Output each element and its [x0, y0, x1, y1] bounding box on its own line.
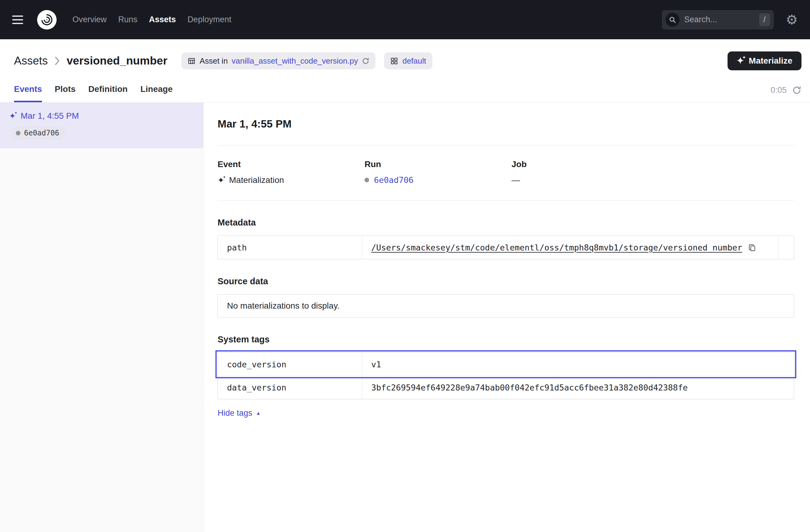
sparkle-icon: ✦ [737, 57, 744, 65]
event-detail-title: Mar 1, 4:55 PM [217, 118, 794, 130]
tab-lineage[interactable]: Lineage [140, 84, 173, 102]
chevron-right-icon [54, 56, 61, 66]
tag-value: v1 [362, 353, 794, 376]
asset-name-title: versioned_number [67, 54, 167, 67]
asset-in-label: Asset in [200, 56, 228, 66]
table-icon [188, 57, 196, 65]
hide-tags-link[interactable]: Hide tags ▲ [217, 408, 261, 418]
group-tag-label: default [402, 56, 426, 66]
run-status-dot [16, 131, 20, 135]
reload-definition-icon[interactable] [362, 57, 369, 65]
job-column-label: Job [512, 160, 527, 169]
source-data-empty-state: No materializations to display. [217, 294, 794, 318]
metadata-row-path: path /Users/smackesey/stm/code/elementl/… [218, 236, 794, 259]
tab-events[interactable]: Events [14, 84, 42, 102]
event-list-sidebar: ✦ Mar 1, 4:55 PM 6e0ad706 [0, 102, 204, 532]
dagster-logo[interactable] [37, 10, 56, 30]
system-tags-table: code_version v1 data_version 3bfc269594e… [217, 352, 794, 399]
source-data-heading: Source data [217, 276, 794, 286]
run-id-link[interactable]: 6e0ad706 [374, 175, 414, 185]
search-shortcut-badge: / [759, 13, 770, 26]
metadata-key: path [218, 236, 362, 259]
event-timestamp: Mar 1, 4:55 PM [21, 111, 79, 121]
metadata-table: path /Users/smackesey/stm/code/elementl/… [217, 236, 794, 259]
asset-header: Assets versioned_number Asset in vanilla… [0, 39, 810, 102]
tag-value: 3bfc269594ef649228e9a74bab00f042efc91d5a… [362, 376, 794, 399]
run-status-dot [364, 178, 369, 182]
system-tags-heading: System tags [217, 335, 794, 344]
materialization-sparkle-icon: ✦ [9, 112, 16, 120]
metadata-heading: Metadata [217, 217, 794, 228]
materialization-icon: ✦ [217, 176, 224, 184]
event-type-value: Materialization [229, 175, 284, 185]
refresh-countdown: 0:05 [771, 85, 787, 95]
tab-definition[interactable]: Definition [88, 84, 128, 102]
run-column-label: Run [364, 160, 512, 169]
event-detail-panel: Mar 1, 4:55 PM Event ✦ Materialization R… [204, 102, 810, 532]
search-box[interactable]: / [662, 10, 774, 30]
nav-item-deployment[interactable]: Deployment [188, 15, 231, 25]
copy-path-icon[interactable] [748, 243, 757, 252]
materialize-button[interactable]: ✦ Materialize [728, 51, 801, 70]
menu-icon[interactable] [12, 16, 26, 24]
search-input[interactable] [684, 15, 754, 25]
asset-file-link[interactable]: vanilla_asset_with_code_version.py [232, 56, 358, 66]
event-run-id-badge: 6e0ad706 [10, 126, 65, 140]
logo-swirl-icon [40, 13, 54, 27]
grid-icon [390, 57, 398, 65]
asset-tabs: Events Plots Definition Lineage 0:05 [14, 84, 801, 102]
system-tag-row-data-version: data_version 3bfc269594ef649228e9a74bab0… [218, 376, 794, 399]
search-icon [665, 13, 679, 27]
event-column-label: Event [217, 160, 364, 169]
nav-item-overview[interactable]: Overview [72, 15, 107, 25]
event-list-item[interactable]: ✦ Mar 1, 4:55 PM 6e0ad706 [0, 102, 203, 148]
tag-key: code_version [218, 353, 362, 376]
top-nav: Overview Runs Assets Deployment / ⚙ [0, 0, 810, 39]
metadata-row-end-cell [778, 236, 794, 259]
nav-item-runs[interactable]: Runs [118, 15, 137, 25]
breadcrumb-assets-link[interactable]: Assets [14, 54, 48, 67]
asset-definition-pill: Asset in vanilla_asset_with_code_version… [181, 52, 375, 69]
group-tag-pill[interactable]: default [384, 52, 432, 69]
tab-plots[interactable]: Plots [55, 84, 76, 102]
materialize-label: Materialize [749, 56, 792, 66]
refresh-icon[interactable] [792, 85, 801, 95]
main-nav: Overview Runs Assets Deployment [72, 15, 231, 25]
settings-gear-icon[interactable]: ⚙ [786, 13, 798, 27]
tag-key: data_version [218, 376, 362, 399]
system-tag-row-code-version: code_version v1 [218, 353, 794, 376]
caret-up-icon: ▲ [256, 411, 261, 416]
nav-item-assets[interactable]: Assets [149, 15, 176, 25]
job-value: — [512, 175, 520, 185]
path-value-link[interactable]: /Users/smackesey/stm/code/elementl/oss/t… [371, 243, 742, 252]
